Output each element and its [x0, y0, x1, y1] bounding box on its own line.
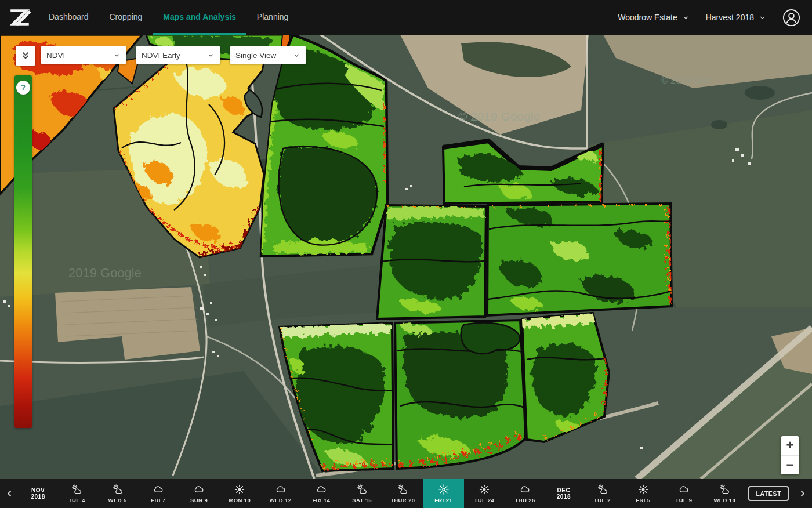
ndvi-field-bottommiddle[interactable]: [395, 320, 525, 469]
cloud-icon: [678, 484, 690, 495]
product-select-value: NDVI Early: [142, 51, 180, 60]
google-watermark-right: © 2019 Google: [458, 110, 541, 123]
layer-select-dropdown[interactable]: NDVI: [41, 46, 126, 64]
tab-maps-and-analysis[interactable]: Maps and Analysis: [153, 0, 246, 35]
chevron-down-icon: [113, 52, 121, 59]
estate-selector[interactable]: Woodrow Estate: [618, 13, 689, 22]
map-zoom-controls: + −: [781, 436, 799, 474]
timeline-item-sun-9[interactable]: SUN 9: [179, 479, 219, 508]
partly-cloudy-icon: [356, 484, 368, 495]
season-selector[interactable]: Harvest 2018: [706, 13, 766, 22]
timeline-item-fri-21-selected[interactable]: FRI 21: [423, 479, 463, 508]
cloud-icon: [193, 484, 205, 495]
timeline-item-sat-15[interactable]: SAT 15: [342, 479, 382, 508]
partly-cloudy-icon: [597, 484, 608, 495]
partly-cloudy-icon: [719, 484, 730, 495]
timeline-item-tue-4[interactable]: TUE 4: [56, 479, 97, 508]
date-timeline-bar: NOV 2018 TUE 4 WED 5 FRI 7 SUN 9 MON: [0, 479, 812, 508]
timeline-item-thur-20[interactable]: THUR 20: [382, 479, 423, 508]
satellite-ndvi-map[interactable]: © 2019 Google 2019 Google © 2019 Goo: [0, 35, 812, 479]
cloud-icon: [316, 484, 327, 495]
season-selector-label: Harvest 2018: [706, 13, 754, 22]
tab-dashboard[interactable]: Dashboard: [38, 0, 99, 35]
timeline-month-dec-2018: DEC 2018: [545, 479, 582, 508]
timeline-item-wed-5[interactable]: WED 5: [97, 479, 137, 508]
timeline-item-tue-24[interactable]: TUE 24: [464, 479, 505, 508]
ndvi-color-legend: [14, 75, 32, 428]
google-watermark-topright: © 2019 Goo: [661, 75, 712, 85]
tab-planning[interactable]: Planning: [246, 0, 299, 35]
top-navbar: Dashboard Cropping Maps and Analysis Pla…: [0, 0, 812, 35]
chevron-down-icon: [207, 52, 215, 59]
timeline-item-wed-10[interactable]: WED 10: [704, 479, 745, 508]
zoom-in-button[interactable]: +: [781, 436, 799, 456]
chevron-left-icon: [5, 489, 14, 498]
timeline-month-nov-2018: NOV 2018: [20, 479, 56, 508]
sun-icon: [234, 484, 245, 495]
chevron-down-icon: [682, 14, 690, 21]
timeline-item-tue-2[interactable]: TUE 2: [582, 479, 622, 508]
timeline-item-thu-26[interactable]: THU 26: [505, 479, 545, 508]
cloud-icon: [275, 484, 287, 495]
double-chevron-down-icon: [20, 50, 31, 61]
cloud-icon: [519, 484, 531, 495]
sun-icon: [637, 484, 649, 495]
collapse-legend-button[interactable]: [16, 46, 35, 66]
logo-icon: [7, 5, 31, 30]
ndvi-field-rightmiddle[interactable]: [487, 204, 672, 315]
partly-cloudy-icon: [397, 484, 408, 495]
product-select-dropdown[interactable]: NDVI Early: [136, 46, 220, 64]
chevron-down-icon: [759, 14, 766, 21]
layer-select-value: NDVI: [46, 51, 65, 60]
timeline-item-fri-7[interactable]: FRI 7: [138, 479, 179, 508]
partly-cloudy-icon: [71, 484, 82, 495]
ndvi-field-middle[interactable]: [377, 205, 486, 319]
timeline-next-button[interactable]: [792, 479, 812, 508]
main-nav-tabs: Dashboard Cropping Maps and Analysis Pla…: [38, 0, 299, 35]
timeline-track: NOV 2018 TUE 4 WED 5 FRI 7 SUN 9 MON: [20, 479, 792, 508]
timeline-prev-button[interactable]: [0, 479, 20, 508]
timeline-item-mon-10[interactable]: MON 10: [219, 479, 260, 508]
legend-help-button[interactable]: ?: [16, 81, 30, 95]
chevron-right-icon: [798, 489, 807, 498]
timeline-item-fri-14[interactable]: FRI 14: [301, 479, 342, 508]
timeline-item-tue-9[interactable]: TUE 9: [664, 479, 704, 508]
zoom-out-button[interactable]: −: [781, 456, 799, 475]
app-window: © 2019 Google 2019 Google © 2019 Goo: [0, 0, 812, 508]
tab-cropping[interactable]: Cropping: [99, 0, 153, 35]
cloud-icon: [153, 484, 164, 495]
timeline-item-fri-5[interactable]: FRI 5: [623, 479, 664, 508]
view-select-dropdown[interactable]: Single View: [230, 46, 306, 64]
user-avatar-icon[interactable]: [782, 9, 800, 27]
estate-selector-label: Woodrow Estate: [618, 13, 677, 22]
chevron-down-icon: [293, 52, 300, 59]
google-watermark-left: 2019 Google: [68, 266, 142, 280]
view-select-value: Single View: [235, 51, 276, 60]
latest-button[interactable]: LATEST: [748, 486, 789, 501]
sun-icon: [438, 484, 449, 495]
timeline-item-wed-12[interactable]: WED 12: [260, 479, 300, 508]
sun-icon: [478, 484, 490, 495]
app-logo[interactable]: [0, 5, 38, 30]
partly-cloudy-icon: [112, 484, 124, 495]
